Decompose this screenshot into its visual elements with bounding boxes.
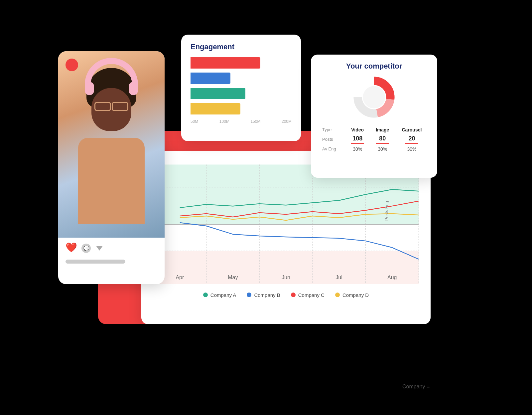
legend-company-a: Company A: [203, 292, 236, 298]
caption-bar: [66, 260, 125, 264]
engagement-title: Engagement: [191, 43, 292, 51]
profile-photo: [58, 51, 165, 238]
comment-icon[interactable]: 💬: [81, 244, 91, 253]
donut-chart-container: [320, 74, 429, 120]
bar-axis: 50M 100M 150M 200M: [191, 119, 292, 124]
image-label: Image: [370, 126, 395, 134]
video-label: Video: [345, 126, 370, 134]
legend-label-a: Company A: [210, 292, 236, 298]
bar-yellow: [191, 103, 240, 114]
bar-row-red: [191, 57, 292, 69]
bar-blue: [191, 73, 230, 84]
social-card: ❤️ 💬: [58, 51, 165, 284]
red-dot: [66, 59, 78, 71]
bar-chart: [191, 57, 292, 114]
bar-row-teal: [191, 88, 292, 99]
video-posts: 108: [345, 134, 370, 145]
bar-row-yellow: [191, 103, 292, 114]
image-posts: 80: [370, 134, 395, 145]
chart-legend: Company A Company B Company C Company D: [153, 292, 419, 298]
legend-label-b: Company B: [254, 292, 280, 298]
bar-row-blue: [191, 73, 292, 84]
image-avg-eng: 30%: [370, 145, 395, 153]
headphone-left: [85, 82, 94, 95]
competitor-table: Type Video Image Carousel Posts 108 80 2…: [320, 126, 429, 153]
svg-text:May: May: [228, 274, 238, 280]
card-actions: ❤️ 💬: [58, 238, 165, 256]
company-eq-label: Company =: [402, 384, 430, 390]
carousel-posts: 20: [395, 134, 429, 145]
posts-label: Posts: [320, 134, 345, 145]
svg-point-3: [363, 86, 385, 108]
legend-label-c: Company C: [298, 292, 325, 298]
axis-50m: 50M: [191, 119, 198, 124]
legend-label-d: Company D: [342, 292, 369, 298]
svg-text:Apr: Apr: [176, 274, 184, 280]
share-icon[interactable]: [96, 246, 103, 251]
svg-text:Jun: Jun: [282, 274, 290, 280]
axis-100m: 100M: [219, 119, 229, 124]
type-label: Type: [320, 126, 345, 134]
svg-text:Jul: Jul: [335, 274, 342, 280]
line-chart-svg: 100% 50% 50% 100% Apr May Jun Jul Aug: [153, 161, 419, 288]
main-scene: ❤️ 💬 Engagement 50M 100M: [58, 25, 474, 391]
carousel-avg-eng: 30%: [395, 145, 429, 153]
legend-dot-b: [247, 293, 251, 297]
axis-150m: 150M: [250, 119, 260, 124]
bar-teal: [191, 88, 245, 99]
legend-company-d: Company D: [335, 292, 369, 298]
legend-dot-d: [335, 293, 340, 297]
donut-chart: [351, 74, 397, 120]
competitor-title: Your competitor: [320, 62, 429, 71]
legend-company-c: Company C: [291, 292, 325, 298]
posts-eng-label: Posts Eng: [384, 201, 389, 221]
heart-icon[interactable]: ❤️: [66, 243, 76, 254]
glasses: [93, 101, 130, 110]
video-avg-eng: 30%: [345, 145, 370, 153]
legend-dot-a: [203, 293, 208, 297]
legend-company-b: Company B: [247, 292, 280, 298]
bar-red: [191, 57, 260, 69]
av-eng-label: Av Eng: [320, 145, 345, 153]
jacket: [78, 138, 145, 224]
legend-dot-c: [291, 293, 296, 297]
svg-text:Aug: Aug: [387, 274, 397, 280]
carousel-label: Carousel: [395, 126, 429, 134]
headphone-right: [129, 82, 138, 95]
axis-200m: 200M: [282, 119, 292, 124]
competitor-card: Your competitor Type Video Image Carouse…: [311, 55, 437, 178]
engagement-card: Engagement 50M 100M 150M 200M: [181, 35, 301, 141]
